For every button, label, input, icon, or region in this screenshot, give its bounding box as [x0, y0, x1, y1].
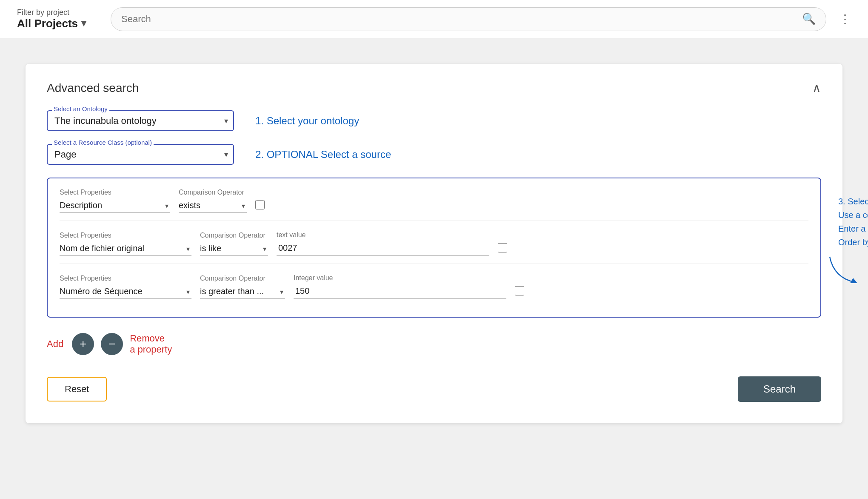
topbar: Filter by project All Projects ▾ 🔍 ⋮: [0, 0, 868, 38]
hint-line3: Enter a value: [838, 224, 868, 233]
checkbox-col-1: [255, 200, 265, 213]
remove-label: Removea property: [130, 333, 172, 355]
prop-label-3: Select Properties: [60, 275, 191, 282]
filter-label: Filter by project: [17, 8, 102, 17]
value-col-3: Integer value: [294, 274, 506, 299]
property-select-2[interactable]: Nom de fichier original: [60, 241, 191, 256]
comp-label-2: Comparison Operator: [200, 232, 268, 239]
advanced-search-card: Advanced search ∧ Select an Ontology The…: [26, 64, 842, 423]
hint-arrow-icon: [825, 252, 868, 287]
action-row: Add + − Removea property: [47, 333, 821, 355]
footer-row: Reset Search: [47, 376, 821, 402]
comp-label-1: Comparison Operator: [179, 189, 247, 196]
prop-col-1: Select Properties Description ▾: [60, 189, 170, 213]
main-content: Advanced search ∧ Select an Ontology The…: [0, 38, 868, 440]
comp-select-wrapper-3: is greater than ... ▾: [200, 284, 285, 299]
search-bar: 🔍: [111, 7, 826, 31]
prop-select-wrapper-3: Numéro de Séquence ▾: [60, 284, 191, 299]
comparison-select-1[interactable]: exists: [179, 198, 247, 213]
resource-select[interactable]: Page: [47, 144, 234, 165]
comparison-select-2[interactable]: is like: [200, 241, 268, 256]
prop-col-2: Select Properties Nom de fichier origina…: [60, 232, 191, 256]
resource-select-wrapper: Select a Resource Class (optional) Page …: [47, 144, 234, 165]
table-row: Select Properties Numéro de Séquence ▾ C…: [60, 274, 808, 307]
prop-select-wrapper-1: Description ▾: [60, 198, 170, 213]
property-checkbox-3[interactable]: [515, 286, 524, 295]
ontology-select-wrapper: Select an Ontology The incunabula ontolo…: [47, 110, 234, 131]
comparison-select-3[interactable]: is greater than ...: [200, 284, 285, 299]
value-label-2: text value: [277, 231, 489, 239]
card-header: Advanced search ∧: [47, 81, 821, 95]
ontology-hint: 1. Select your ontology: [255, 115, 359, 127]
prop-col-3: Select Properties Numéro de Séquence ▾: [60, 275, 191, 299]
properties-hint-callout: 3. Select 1 or more properties Use a com…: [838, 195, 868, 288]
checkbox-col-3: [515, 286, 524, 299]
prop-select-wrapper-2: Nom de fichier original ▾: [60, 241, 191, 256]
value-col-2: text value: [277, 231, 489, 256]
hint-line2: Use a comparaison operator: [838, 210, 868, 220]
text-value-input-2[interactable]: [277, 241, 489, 256]
comp-select-wrapper-1: exists ▾: [179, 198, 247, 213]
comp-select-wrapper-2: is like ▾: [200, 241, 268, 256]
prop-label-2: Select Properties: [60, 232, 191, 239]
chevron-down-icon: ▾: [81, 18, 86, 29]
value-label-3: Integer value: [294, 274, 506, 282]
search-button[interactable]: Search: [738, 376, 821, 402]
table-row: Select Properties Description ▾ Comparis…: [60, 189, 808, 221]
property-checkbox-2[interactable]: [498, 243, 507, 252]
search-input[interactable]: [121, 14, 797, 25]
resource-hint: 2. OPTIONAL Select a source: [255, 149, 391, 161]
remove-property-button[interactable]: −: [101, 333, 123, 355]
comp-col-2: Comparison Operator is like ▾: [200, 232, 268, 256]
property-select-1[interactable]: Description: [60, 198, 170, 213]
checkbox-col-2: [498, 243, 507, 256]
integer-value-input-3[interactable]: [294, 284, 506, 299]
ontology-select[interactable]: The incunabula ontology: [47, 110, 234, 131]
comp-label-3: Comparison Operator: [200, 275, 285, 282]
add-property-button[interactable]: +: [72, 333, 94, 355]
properties-panel: Select Properties Description ▾ Comparis…: [47, 178, 821, 318]
add-label: Add: [47, 338, 63, 350]
resource-select-label: Select a Resource Class (optional): [52, 139, 154, 146]
collapse-button[interactable]: ∧: [812, 81, 821, 95]
hint-line4: Order by criteria: [838, 238, 868, 247]
card-title: Advanced search: [47, 81, 139, 95]
comp-col-3: Comparison Operator is greater than ... …: [200, 275, 285, 299]
hint-line1: 3. Select 1 or more properties: [838, 197, 868, 206]
comp-col-1: Comparison Operator exists ▾: [179, 189, 247, 213]
search-icon-button[interactable]: 🔍: [802, 12, 816, 26]
ontology-select-label: Select an Ontology: [52, 105, 109, 112]
svg-marker-0: [850, 278, 857, 283]
more-options-button[interactable]: ⋮: [839, 12, 851, 26]
table-row: Select Properties Nom de fichier origina…: [60, 231, 808, 264]
properties-section: Select Properties Description ▾ Comparis…: [47, 178, 821, 318]
reset-button[interactable]: Reset: [47, 377, 107, 401]
filter-value: All Projects ▾: [17, 17, 102, 30]
property-checkbox-1[interactable]: [255, 200, 265, 209]
resource-class-row: Select a Resource Class (optional) Page …: [47, 144, 821, 165]
prop-label-1: Select Properties: [60, 189, 170, 196]
filter-project-dropdown[interactable]: Filter by project All Projects ▾: [17, 8, 102, 30]
ontology-row: Select an Ontology The incunabula ontolo…: [47, 110, 821, 131]
property-select-3[interactable]: Numéro de Séquence: [60, 284, 191, 299]
